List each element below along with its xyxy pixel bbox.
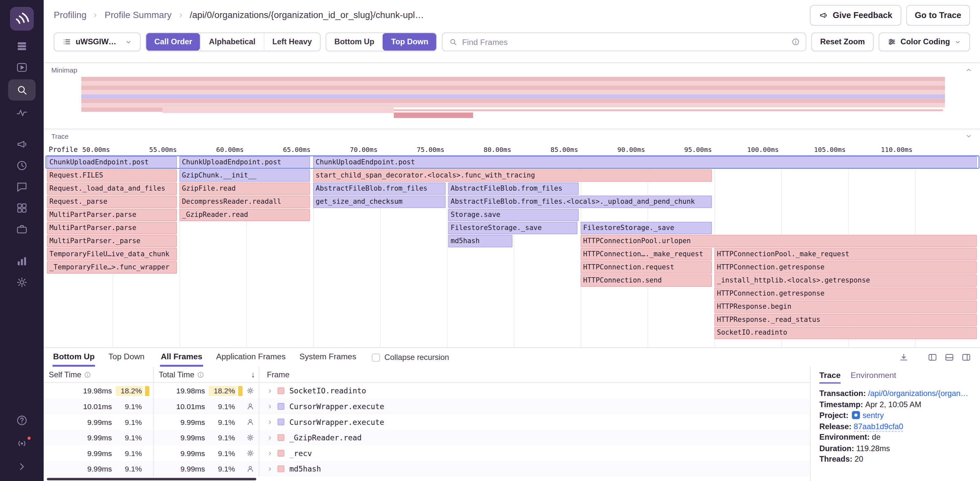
- details-tab-trace[interactable]: Trace: [819, 370, 841, 384]
- flame-frame[interactable]: md5hash: [448, 235, 512, 248]
- checkbox-icon[interactable]: [372, 353, 380, 362]
- flame-frame[interactable]: MultiPartParser.parse: [47, 209, 177, 221]
- download-icon[interactable]: [899, 352, 908, 362]
- flame-frame[interactable]: MultiPartParser.parse: [47, 222, 177, 234]
- flame-frame[interactable]: Storage.save: [448, 209, 579, 221]
- collapse-trace-icon[interactable]: [965, 133, 972, 140]
- flame-frame[interactable]: HTTPConnection.request: [581, 261, 712, 274]
- sort-desc-icon[interactable]: ↓: [251, 370, 255, 379]
- flame-frame[interactable]: _install_httplib.<locals>.getresponse: [714, 274, 977, 287]
- flame-frame[interactable]: SocketIO.readinto: [714, 327, 977, 339]
- frame-header[interactable]: Frame: [259, 367, 810, 383]
- flame-frame[interactable]: HTTPConnection.send: [581, 274, 712, 287]
- expand-chevron-icon[interactable]: [267, 387, 273, 394]
- frame-table-row[interactable]: 9.99ms9.1%9.99ms9.1%_recv: [44, 445, 810, 461]
- flame-frame[interactable]: HTTPConnectionPool._make_request: [714, 248, 977, 260]
- give-feedback-button[interactable]: Give Feedback: [810, 5, 901, 25]
- flame-frame[interactable]: FilestoreStorage._save: [581, 222, 712, 234]
- flame-frame[interactable]: AbstractFileBlob.from_files: [448, 183, 579, 195]
- frame-table-row[interactable]: 10.01ms9.1%10.01ms9.1%CursorWrapper.exec…: [44, 398, 810, 414]
- flame-frame[interactable]: HTTPConnection.getresponse: [714, 287, 977, 300]
- flame-frame[interactable]: _TemporaryFile…>.func_wrapper: [47, 261, 177, 274]
- frame-cell[interactable]: CursorWrapper.execute: [259, 398, 810, 414]
- reset-zoom-button[interactable]: Reset Zoom: [811, 32, 873, 51]
- details-tab-environment[interactable]: Environment: [851, 370, 896, 384]
- sidebar-item-dashboards[interactable]: [8, 198, 36, 217]
- sidebar-item-stats[interactable]: [8, 252, 36, 270]
- flame-frame[interactable]: AbstractFileBlob.from_files: [313, 183, 446, 195]
- tab-application-frames[interactable]: Application Frames: [215, 348, 286, 367]
- details-field-value[interactable]: sentry: [862, 411, 884, 420]
- flame-frame[interactable]: get_size_and_checksum: [313, 195, 446, 208]
- tab-system-frames[interactable]: System Frames: [299, 348, 357, 367]
- frame-table-row[interactable]: 19.98ms18.2%19.98ms18.2%SocketIO.readint…: [44, 383, 810, 398]
- flame-frame[interactable]: MultiPartParser._parse: [47, 235, 177, 248]
- expand-chevron-icon[interactable]: [267, 403, 273, 410]
- sidebar-item-projects[interactable]: [8, 220, 36, 238]
- minimap-canvas[interactable]: [81, 77, 945, 127]
- flame-frame[interactable]: HTTPConnection…._make_request: [581, 248, 712, 260]
- flame-frame[interactable]: HTTPResponse.begin: [714, 300, 977, 313]
- breadcrumb-item-profiling[interactable]: Profiling: [54, 10, 87, 20]
- frame-cell[interactable]: _GzipReader.read: [259, 430, 810, 446]
- sentry-logo[interactable]: [10, 7, 33, 30]
- flame-frame[interactable]: ChunkUploadEndpoint.post: [313, 156, 977, 169]
- details-field-value[interactable]: /api/0/organizations/{organ…: [868, 389, 969, 398]
- view-option-bottom-up[interactable]: Bottom Up: [326, 33, 382, 51]
- sidebar-item-replays[interactable]: [8, 58, 36, 77]
- flame-frame[interactable]: HTTPConnectionPool.urlopen: [581, 235, 977, 248]
- collapse-recursion-toggle[interactable]: Collapse recursion: [372, 348, 449, 367]
- sidebar-item-alerts[interactable]: [8, 135, 36, 154]
- sidebar-item-explore[interactable]: [8, 79, 36, 101]
- flame-frame[interactable]: DecompressReader.readall: [180, 195, 310, 208]
- sort-option-left-heavy[interactable]: Left Heavy: [264, 33, 320, 51]
- sidebar-item-whats-new[interactable]: [8, 434, 36, 453]
- expand-chevron-icon[interactable]: [267, 434, 273, 441]
- frame-table-row[interactable]: 9.99ms9.1%9.99ms9.1%_GzipReader.read: [44, 430, 810, 446]
- search-input[interactable]: [443, 37, 806, 47]
- details-field-value[interactable]: 87aab1d9cfa0: [854, 422, 903, 432]
- frame-table-row[interactable]: 9.99ms9.1%9.99ms9.1%md5hash: [44, 461, 810, 477]
- color-coding-dropdown[interactable]: Color Coding: [878, 32, 970, 51]
- flame-frame[interactable]: HTTPConnection.getresponse: [714, 261, 977, 274]
- expand-chevron-icon[interactable]: [267, 450, 273, 456]
- sidebar-item-issues[interactable]: [8, 37, 36, 56]
- flamegraph-canvas[interactable]: ChunkUploadEndpoint.postChunkUploadEndpo…: [44, 155, 980, 347]
- sidebar-item-help[interactable]: [8, 411, 36, 430]
- sidebar-item-crons[interactable]: [8, 156, 36, 175]
- total-time-header[interactable]: Total Time ↓: [154, 367, 259, 383]
- layout-bottom-icon[interactable]: [944, 352, 954, 362]
- sort-option-call-order[interactable]: Call Order: [146, 33, 200, 51]
- info-icon[interactable]: [791, 37, 800, 46]
- flame-frame[interactable]: TemporaryFileU…ive_data_chunk: [47, 248, 177, 260]
- expand-chevron-icon[interactable]: [267, 465, 273, 472]
- self-time-header[interactable]: Self Time: [44, 367, 154, 383]
- frame-cell[interactable]: SocketIO.readinto: [259, 383, 810, 398]
- flame-frame[interactable]: Request.FILES: [47, 169, 177, 182]
- frame-cell[interactable]: _recv: [259, 445, 810, 461]
- frame-cell[interactable]: CursorWrapper.execute: [259, 414, 810, 430]
- view-option-top-down[interactable]: Top Down: [382, 33, 436, 51]
- flame-frame[interactable]: FilestoreStorage._save: [448, 222, 577, 234]
- tab-top-down[interactable]: Top Down: [108, 348, 145, 367]
- tab-bottom-up[interactable]: Bottom Up: [52, 348, 95, 367]
- expand-chevron-icon[interactable]: [267, 419, 273, 425]
- sort-option-alphabetical[interactable]: Alphabetical: [200, 33, 264, 51]
- tab-all-frames[interactable]: All Frames: [160, 348, 203, 367]
- collapse-minimap-icon[interactable]: [965, 66, 972, 74]
- flame-frame[interactable]: GzipChunk.__init__: [180, 169, 310, 182]
- flame-frame[interactable]: Request._parse: [47, 195, 177, 208]
- layout-left-icon[interactable]: [928, 352, 937, 362]
- flame-frame[interactable]: ChunkUploadEndpoint.post: [180, 156, 310, 169]
- sidebar-item-performance[interactable]: [8, 103, 36, 122]
- flame-frame[interactable]: HTTPResponse._read_status: [714, 314, 977, 326]
- go-to-trace-button[interactable]: Go to Trace: [906, 5, 970, 25]
- thread-selector-dropdown[interactable]: uWSGIWor…: [54, 32, 141, 51]
- find-frames-search[interactable]: [442, 32, 807, 51]
- flame-frame[interactable]: _GzipReader.read: [180, 209, 310, 221]
- horizontal-scrollbar[interactable]: [47, 478, 256, 480]
- frame-cell[interactable]: md5hash: [259, 461, 810, 477]
- sidebar-item-settings[interactable]: [8, 273, 36, 292]
- sidebar-item-user-feedback[interactable]: [8, 178, 36, 196]
- flame-frame[interactable]: GzipFile.read: [180, 183, 310, 195]
